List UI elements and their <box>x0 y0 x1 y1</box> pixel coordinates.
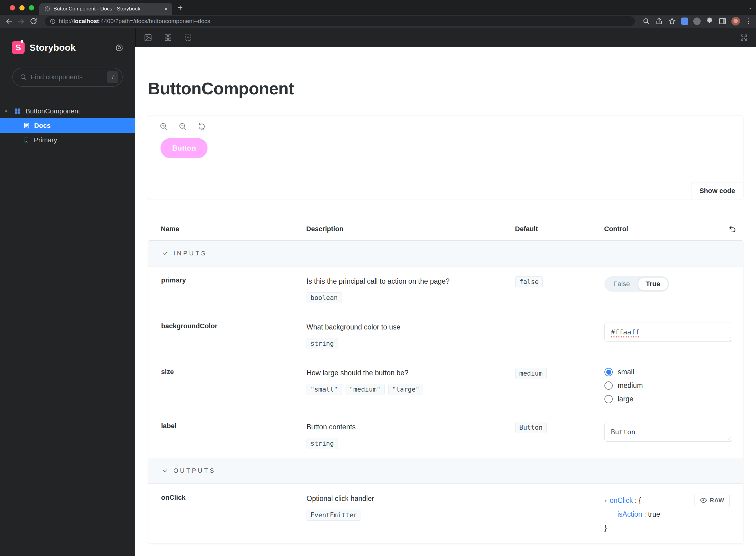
chevron-down-icon <box>162 250 168 257</box>
component-grid-icon <box>14 108 21 115</box>
arg-name: primary <box>148 267 294 312</box>
extension-icon-1[interactable] <box>681 18 688 25</box>
label-input[interactable]: Button <box>605 422 732 442</box>
sidebar-item-docs[interactable]: Docs <box>0 118 135 133</box>
measure-outline-icon[interactable] <box>184 34 192 42</box>
type-badge: "medium" <box>346 384 385 395</box>
sidebar-header: S Storybook <box>0 28 135 54</box>
background-image-icon[interactable] <box>144 34 152 42</box>
sidebar-item-label: Docs <box>34 122 51 130</box>
sidebar-item-primary[interactable]: Primary <box>0 133 135 147</box>
reload-icon[interactable] <box>30 17 37 25</box>
storybook-logo: S <box>12 41 25 54</box>
screen: ButtonComponent - Docs · Storybook × + ⌄… <box>0 0 756 556</box>
main-area: ButtonComponent <box>135 28 756 556</box>
story-canvas: Button Show code <box>148 115 744 199</box>
caret-down-icon[interactable]: ▾ <box>605 498 607 503</box>
default-badge: medium <box>515 368 547 379</box>
grid-overlay-icon[interactable] <box>164 34 172 42</box>
arg-description: How large should the button be? <box>307 368 502 378</box>
radio-icon[interactable] <box>605 381 613 390</box>
section-label: INPUTS <box>173 250 207 257</box>
zoom-page-icon[interactable] <box>642 17 650 25</box>
column-header-default: Default <box>502 225 591 233</box>
story-preview-row: Button <box>148 137 743 158</box>
section-label: OUTPUTS <box>173 467 216 474</box>
type-badge: string <box>307 438 338 449</box>
section-inputs[interactable]: INPUTS <box>148 241 743 267</box>
zoom-out-icon[interactable] <box>178 122 187 131</box>
radio-option-medium[interactable]: medium <box>605 381 743 390</box>
sidebar-item-buttoncomponent[interactable]: ▾ ButtonComponent <box>0 104 135 118</box>
default-badge: Button <box>515 422 547 433</box>
bookmark-icon <box>23 137 30 143</box>
boolean-toggle[interactable]: False True <box>605 276 669 292</box>
show-code-button[interactable]: Show code <box>691 182 743 199</box>
gear-icon[interactable] <box>115 43 124 52</box>
profile-avatar[interactable] <box>731 17 740 26</box>
args-table-body: INPUTS primary Is this the principal cal… <box>148 240 744 544</box>
arg-description: What background color to use <box>307 322 502 332</box>
side-panel-icon[interactable] <box>719 17 726 25</box>
arg-name: size <box>148 358 294 412</box>
minimize-window-button[interactable] <box>20 5 25 10</box>
search-icon <box>20 73 27 81</box>
search-shortcut-key: / <box>107 71 118 83</box>
canvas-toolbar <box>148 116 743 137</box>
zoom-window-button[interactable] <box>29 5 34 10</box>
share-icon[interactable] <box>655 17 663 25</box>
site-info-icon[interactable] <box>50 19 56 24</box>
url-bar[interactable]: http://localhost:4400/?path=/docs/button… <box>45 16 635 26</box>
tab-strip: ButtonComponent - Docs · Storybook × + ⌄ <box>0 0 756 15</box>
radio-selected-icon[interactable] <box>605 368 613 376</box>
type-badge: boolean <box>307 292 342 303</box>
search-input[interactable] <box>31 73 104 81</box>
radio-option-large[interactable]: large <box>605 395 743 403</box>
manager-toolbar <box>135 28 756 47</box>
preview-button[interactable]: Button <box>161 138 208 158</box>
sidebar-item-label: ButtonComponent <box>26 107 80 115</box>
back-icon[interactable] <box>5 17 13 25</box>
backgroundcolor-input[interactable]: #ffaaff <box>605 322 732 342</box>
close-window-button[interactable] <box>10 5 15 10</box>
label-value: Button <box>611 428 635 436</box>
arg-description: Button contents <box>307 422 502 432</box>
type-badge: "small" <box>307 384 342 395</box>
new-tab-button[interactable]: + <box>178 2 183 13</box>
page-title: ButtonComponent <box>148 79 744 98</box>
window-controls[interactable] <box>10 5 34 10</box>
brand-title[interactable]: Storybook <box>30 42 76 53</box>
raw-toggle-button[interactable]: RAW <box>694 494 729 507</box>
tab-search-chevron-icon[interactable]: ⌄ <box>748 4 752 10</box>
fullscreen-icon[interactable] <box>740 34 748 42</box>
tab-close-icon[interactable]: × <box>164 6 168 12</box>
column-header-description: Description <box>293 225 502 233</box>
search-box[interactable]: / <box>12 68 123 87</box>
arg-row-label: label Button contents string Button Butt… <box>148 412 743 458</box>
radio-icon[interactable] <box>605 395 613 403</box>
browser-chrome: ButtonComponent - Docs · Storybook × + ⌄… <box>0 0 756 28</box>
zoom-reset-icon[interactable] <box>197 122 207 131</box>
arg-name: label <box>148 412 294 458</box>
forward-icon[interactable] <box>17 17 25 25</box>
document-icon <box>23 122 30 129</box>
toggle-option-true[interactable]: True <box>638 277 668 291</box>
caret-down-icon[interactable]: ▾ <box>5 108 10 114</box>
browser-tab[interactable]: ButtonComponent - Docs · Storybook × <box>39 3 172 15</box>
default-badge: false <box>515 276 543 287</box>
tab-title: ButtonComponent - Docs · Storybook <box>54 6 161 12</box>
toggle-option-false[interactable]: False <box>605 277 638 291</box>
sidebar: S Storybook / ▾ <box>0 28 135 556</box>
section-outputs[interactable]: OUTPUTS <box>148 458 743 484</box>
extension-icon-2[interactable] <box>693 18 701 25</box>
storybook-app: S Storybook / ▾ <box>0 28 756 556</box>
extensions-puzzle-icon[interactable] <box>706 17 714 25</box>
browser-menu-icon[interactable]: ⋮ <box>745 18 752 25</box>
zoom-in-icon[interactable] <box>159 122 169 131</box>
radio-option-small[interactable]: small <box>605 368 743 376</box>
column-header-name: Name <box>148 225 293 233</box>
bookmark-star-icon[interactable] <box>668 17 676 25</box>
reset-controls-icon[interactable] <box>727 224 736 234</box>
browser-actions: ⋮ <box>642 17 752 26</box>
backgroundcolor-value: #ffaaff <box>611 328 640 336</box>
